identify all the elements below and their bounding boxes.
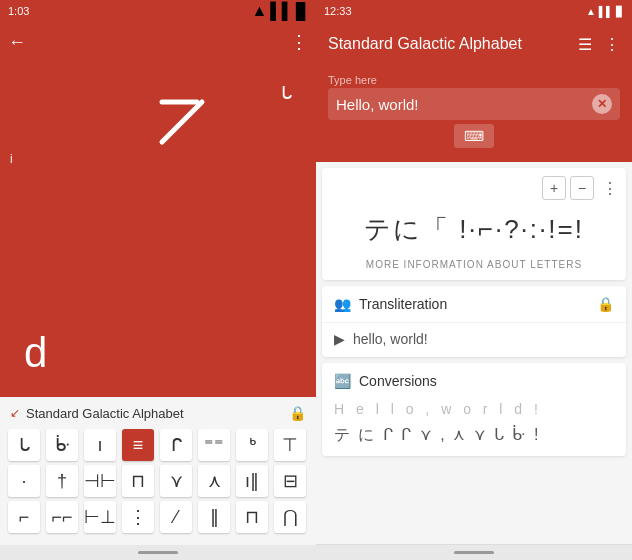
- more-button-right[interactable]: ⋮: [604, 35, 620, 54]
- conversions-header: 🔤 Conversions: [322, 363, 626, 399]
- key-15[interactable]: ı‖: [236, 465, 268, 497]
- top-bar-right: Standard Galactic Alphabet ☰ ⋮: [316, 22, 632, 66]
- status-icons-right: ▲ ▌▌ ▊: [586, 6, 624, 17]
- key-16[interactable]: ⊟: [274, 465, 306, 497]
- status-icons-left: ▲ ▌▌ ▊: [251, 2, 308, 21]
- zoom-out-button[interactable]: −: [570, 176, 594, 200]
- transliteration-lock-icon: 🔒: [597, 296, 614, 312]
- key-6[interactable]: ⁼⁼: [198, 429, 230, 461]
- play-button[interactable]: ▶: [334, 331, 345, 347]
- clear-button[interactable]: ✕: [592, 94, 612, 114]
- time-right: 12:33: [324, 5, 352, 17]
- key-18[interactable]: ⌐⌐: [46, 501, 78, 533]
- key-1[interactable]: ᒐ: [8, 429, 40, 461]
- bottom-nav-right: [316, 544, 632, 560]
- key-3[interactable]: ı: [84, 429, 116, 461]
- input-value[interactable]: Hello, world!: [336, 96, 586, 113]
- transliteration-content: ▶ hello, world!: [322, 323, 626, 357]
- play-row: ▶ hello, world!: [334, 331, 614, 347]
- key-11[interactable]: ⊣⊢: [84, 465, 116, 497]
- conversions-icon: 🔤: [334, 373, 351, 389]
- left-panel: 1:03 ▲ ▌▌ ▊ ← ⋮ i ᒐ d ↙ Standard Galacti…: [0, 0, 316, 560]
- conversion-latin-text: H e l l o , w o r l d !: [334, 401, 542, 417]
- transliteration-card: 👥 Transliteration 🔒 ▶ hello, world!: [322, 286, 626, 357]
- key-19[interactable]: ⊢⊥: [84, 501, 116, 533]
- key-22[interactable]: ‖: [198, 501, 230, 533]
- key-4-highlighted[interactable]: ≡: [122, 429, 154, 461]
- selected-letter-display: d: [24, 329, 47, 377]
- key-24[interactable]: ⋂: [274, 501, 306, 533]
- input-label: Type here: [328, 74, 620, 86]
- keyboard-lock-icon: 🔒: [289, 405, 306, 421]
- time-left: 1:03: [8, 5, 29, 17]
- keyboard-panel: ↙ Standard Galactic Alphabet 🔒 ᒐ ᒁ ı ≡ ᒋ…: [0, 397, 316, 545]
- keyboard-icon: ⌨: [464, 128, 484, 144]
- input-row: Hello, world! ✕: [328, 88, 620, 120]
- status-bar-left: 1:03 ▲ ▌▌ ▊: [0, 0, 316, 22]
- conversion-latin-row: H e l l o , w o r l d !: [322, 399, 626, 423]
- top-bar-left: ← ⋮: [0, 22, 316, 62]
- conversion-galactic-text: テ に ᒋ ᒋ ⋎ , ⋏ ⋎ ᒐ ᒁ !: [334, 425, 540, 446]
- key-21[interactable]: ∕: [160, 501, 192, 533]
- key-20[interactable]: ⋮: [122, 501, 154, 533]
- galactic-more-button[interactable]: ⋮: [602, 179, 618, 198]
- home-indicator-right: [454, 551, 494, 554]
- galactic-symbol-display: [142, 92, 222, 152]
- keyboard-toggle-button[interactable]: ⌨: [454, 124, 494, 148]
- battery-icon-left: ▊: [296, 2, 308, 21]
- conversions-card: 🔤 Conversions H e l l o , w o r l d ! テ …: [322, 363, 626, 456]
- keyboard-title: Standard Galactic Alphabet: [26, 406, 283, 421]
- transliteration-header: 👥 Transliteration 🔒: [322, 286, 626, 323]
- more-info-button[interactable]: MORE INFORMATION ABOUT LETTERS: [330, 255, 618, 272]
- main-canvas: i ᒐ d: [0, 62, 316, 397]
- conversion-galactic-row: テ に ᒋ ᒋ ⋎ , ⋏ ⋎ ᒐ ᒁ !: [322, 423, 626, 456]
- key-17[interactable]: ⌐: [8, 501, 40, 533]
- key-8[interactable]: ⊤: [274, 429, 306, 461]
- keyboard-header-icon: ↙: [10, 406, 20, 420]
- key-5[interactable]: ᒋ: [160, 429, 192, 461]
- key-14[interactable]: ⋏: [198, 465, 230, 497]
- small-letter-i: i: [10, 152, 13, 166]
- signal-icon-right: ▲: [586, 6, 596, 17]
- battery-icon-right: ▊: [616, 6, 624, 17]
- transliteration-title: Transliteration: [359, 296, 589, 312]
- content-area: + − ⋮ テに「 !·⌐·?·:·!=! MORE INFORMATION A…: [316, 162, 632, 544]
- key-7[interactable]: ᒃ: [236, 429, 268, 461]
- list-icon[interactable]: ☰: [578, 35, 592, 54]
- input-area: Type here Hello, world! ✕ ⌨: [316, 66, 632, 162]
- transliteration-icon: 👥: [334, 296, 351, 312]
- play-text: hello, world!: [353, 331, 428, 347]
- home-indicator-left: [138, 551, 178, 554]
- app-title: Standard Galactic Alphabet: [328, 35, 522, 53]
- galactic-display-card: + − ⋮ テに「 !·⌐·?·:·!=! MORE INFORMATION A…: [322, 168, 626, 280]
- key-23[interactable]: ⊓: [236, 501, 268, 533]
- corner-symbol: ᒐ: [281, 82, 292, 104]
- bottom-bar-left: [0, 545, 316, 560]
- right-panel: 12:33 ▲ ▌▌ ▊ Standard Galactic Alphabet …: [316, 0, 632, 560]
- back-button[interactable]: ←: [8, 32, 26, 53]
- status-bar-right: 12:33 ▲ ▌▌ ▊: [316, 0, 632, 22]
- wifi-icon-left: ▌▌: [270, 2, 293, 20]
- key-9[interactable]: ·: [8, 465, 40, 497]
- top-bar-actions: ☰ ⋮: [578, 35, 620, 54]
- keyboard-toggle: ⌨: [328, 124, 620, 148]
- more-button-left[interactable]: ⋮: [290, 31, 308, 53]
- zoom-in-button[interactable]: +: [542, 176, 566, 200]
- conversions-title: Conversions: [359, 373, 437, 389]
- galactic-text-display: テに「 !·⌐·?·:·!=!: [330, 204, 618, 255]
- signal-icon-left: ▲: [251, 2, 267, 20]
- key-grid-row1: ᒐ ᒁ ı ≡ ᒋ ⁼⁼ ᒃ ⊤ · † ⊣⊢ ⊓ ⋎ ⋏ ı‖ ⊟ ⌐ ⌐⌐ …: [8, 429, 308, 533]
- key-10[interactable]: †: [46, 465, 78, 497]
- wifi-icon-right: ▌▌: [599, 6, 613, 17]
- keyboard-header: ↙ Standard Galactic Alphabet 🔒: [8, 405, 308, 421]
- key-2[interactable]: ᒁ: [46, 429, 78, 461]
- key-12[interactable]: ⊓: [122, 465, 154, 497]
- svg-line-0: [162, 102, 202, 142]
- key-13[interactable]: ⋎: [160, 465, 192, 497]
